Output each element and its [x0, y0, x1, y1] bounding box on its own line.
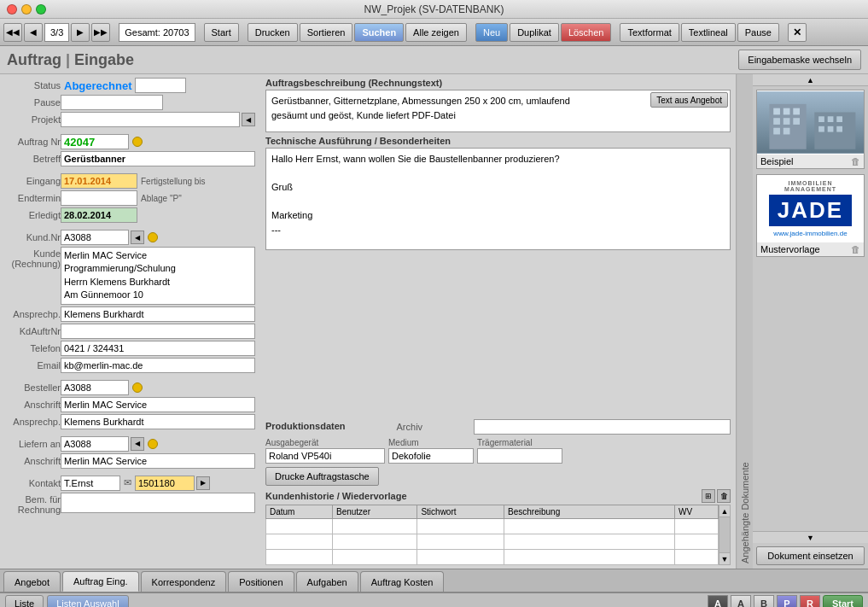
anschrift-field[interactable]: Merlin MAC Service — [61, 397, 255, 412]
kh-icons[interactable]: ⊞ 🗑 — [702, 489, 731, 503]
traegermaterial-field[interactable] — [477, 448, 562, 464]
listen-auswahl-button[interactable]: Listen Auswahl — [47, 595, 128, 608]
eingabemaske-button[interactable]: Eingabemaske wechseln — [738, 50, 861, 70]
docs-scroll-up[interactable]: ▲ — [753, 74, 868, 86]
kontakt-row: Kontakt T.Ernst ✉ 1501180 ▶ — [5, 476, 255, 491]
bem-field[interactable] — [61, 493, 255, 513]
drucken-button[interactable]: Drucken — [248, 23, 298, 42]
svg-rect-4 — [773, 108, 780, 115]
projekt-arrow[interactable]: ◀ — [242, 113, 255, 126]
status-box — [135, 78, 186, 93]
docs-scroll-down[interactable]: ▼ — [753, 531, 868, 543]
kh-col-stichwort: Stichwort — [417, 505, 504, 519]
tab-aufgaben[interactable]: Aufgaben — [296, 571, 358, 592]
kunde-field[interactable]: Merlin MAC Service Programmierung/Schulu… — [61, 247, 255, 305]
kh-scroll-track — [719, 517, 730, 552]
start-bottom-button[interactable]: Start — [823, 595, 863, 608]
telefon-label: Telefon — [5, 343, 61, 353]
telefon-row: Telefon 0421 / 324431 — [5, 341, 255, 356]
alle-zeigen-button[interactable]: Alle zeigen — [405, 23, 467, 42]
text-aus-angebot-button[interactable]: Text aus Angebot — [650, 92, 728, 108]
pause-button[interactable]: Pause — [737, 23, 779, 42]
betreff-label: Betreff — [5, 154, 61, 164]
tab-positionen[interactable]: Positionen — [228, 571, 294, 592]
nav-next-button[interactable]: ▶ — [71, 23, 90, 42]
nav-last-button[interactable]: ▶▶ — [91, 23, 110, 42]
auftrag-nr-field[interactable]: 42047 — [61, 134, 129, 149]
letter-a1-button[interactable]: A — [708, 595, 728, 608]
liste-button[interactable]: Liste — [5, 595, 44, 608]
auftragsbeschreibung-text[interactable]: Text aus Angebot Gerüstbanner, Gitternet… — [265, 90, 731, 132]
kh-scroll-up[interactable]: ▲ — [719, 505, 730, 517]
endtermin-field[interactable] — [61, 190, 137, 206]
doc-footer-mustervorlage: Mustervorlage 🗑 — [757, 242, 864, 256]
docs-empty-area — [756, 262, 865, 528]
medium-field[interactable]: Dekofolie — [388, 448, 474, 464]
status-label: Status — [5, 80, 61, 90]
besteller-field[interactable]: A3088 — [61, 380, 129, 395]
status-value: Abgerechnet — [64, 79, 131, 92]
pause-field[interactable] — [61, 95, 163, 110]
ausgabegeraet-field[interactable]: Roland VP540i — [265, 448, 385, 464]
ansprechp-field[interactable]: Klemens Burkhardt — [61, 306, 255, 322]
sortieren-button[interactable]: Sortieren — [300, 23, 353, 42]
kh-scrollbar[interactable]: ▲ ▼ — [719, 505, 731, 565]
medium-label: Medium — [388, 438, 474, 447]
doc-delete-beispiel[interactable]: 🗑 — [851, 156, 860, 166]
textformat-button[interactable]: Textformat — [620, 23, 679, 42]
kundenhistorie-section: Kundenhistorie / Wiedervorlage ⊞ 🗑 Datum… — [265, 489, 731, 565]
window-controls[interactable] — [7, 4, 46, 15]
projekt-field[interactable] — [61, 112, 240, 127]
window-title: NW_Projek (SV-DATENBANK) — [364, 3, 504, 15]
minimize-button[interactable] — [21, 4, 32, 15]
close-x-button[interactable]: ✕ — [788, 23, 807, 42]
anschrift2-field[interactable]: Merlin MAC Service — [61, 453, 255, 469]
duplikat-button[interactable]: Duplikat — [510, 23, 559, 42]
eingang-field[interactable]: 17.01.2014 — [61, 173, 137, 189]
kund-nr-arrow[interactable]: ◀ — [131, 231, 144, 244]
textlineal-button[interactable]: Textlineal — [681, 23, 736, 42]
nav-prev-button[interactable]: ◀ — [24, 23, 43, 42]
start-button[interactable]: Start — [204, 23, 239, 42]
kontakt-code-field[interactable]: 1501180 — [135, 476, 195, 491]
telefon-field[interactable]: 0421 / 324431 — [61, 341, 255, 356]
betreff-field[interactable]: Gerüstbanner — [61, 151, 255, 166]
archiv-field[interactable] — [474, 419, 731, 435]
kund-nr-field[interactable]: A3088 — [61, 230, 129, 245]
kh-scroll-down[interactable]: ▼ — [719, 552, 730, 564]
kontakt-field[interactable]: T.Ernst — [61, 476, 120, 491]
ansprechp-label: Ansprechp. — [5, 309, 61, 319]
tab-auftrag-eing[interactable]: Auftrag Eing. — [62, 571, 139, 592]
doc-delete-mustervorlage[interactable]: 🗑 — [851, 244, 860, 254]
maximize-button[interactable] — [36, 4, 46, 15]
tab-korrespondenz[interactable]: Korrespondenz — [141, 571, 227, 592]
email-field[interactable]: kb@merlin-mac.de — [61, 358, 255, 373]
close-button[interactable] — [7, 4, 17, 15]
kh-expand-icon[interactable]: ⊞ — [702, 489, 715, 503]
besteller-dot — [132, 382, 143, 393]
liefern-an-arrow[interactable]: ◀ — [131, 437, 144, 451]
suchen-button[interactable]: Suchen — [354, 23, 404, 42]
ansprechp-row: Ansprechp. Klemens Burkhardt — [5, 306, 255, 322]
technische-text[interactable]: Hallo Herr Ernst, wann wollen Sie die Ba… — [265, 148, 731, 250]
tab-auftrag-kosten[interactable]: Auftrag Kosten — [360, 571, 445, 592]
kh-delete-icon[interactable]: 🗑 — [717, 489, 731, 503]
liefern-an-field[interactable]: A3088 — [61, 436, 129, 452]
ansprechp2-field[interactable]: Klemens Burkhardt — [61, 414, 255, 429]
letter-p-button[interactable]: P — [777, 595, 797, 608]
liefern-an-label: Liefern an — [5, 439, 61, 449]
dokument-einsetzen-button[interactable]: Dokument einsetzen — [756, 546, 865, 565]
auftrag-nr-dot — [132, 137, 143, 147]
loeschen-button[interactable]: Löschen — [561, 23, 612, 42]
eingang-label: Eingang — [5, 176, 61, 186]
drucke-auftragstasche-button[interactable]: Drucke Auftragstasche — [265, 467, 379, 486]
nav-first-button[interactable]: ◀◀ — [3, 23, 22, 42]
letter-r-button[interactable]: R — [800, 595, 820, 608]
neu-button[interactable]: Neu — [475, 23, 508, 42]
kontakt-arrow[interactable]: ▶ — [196, 476, 210, 490]
tab-angebot[interactable]: Angebot — [3, 571, 61, 592]
letter-a2-button[interactable]: A — [731, 595, 751, 608]
erledigt-field[interactable]: 28.02.2014 — [61, 207, 137, 223]
kd-auftr-field[interactable] — [61, 324, 255, 339]
letter-b-button[interactable]: B — [754, 595, 774, 608]
